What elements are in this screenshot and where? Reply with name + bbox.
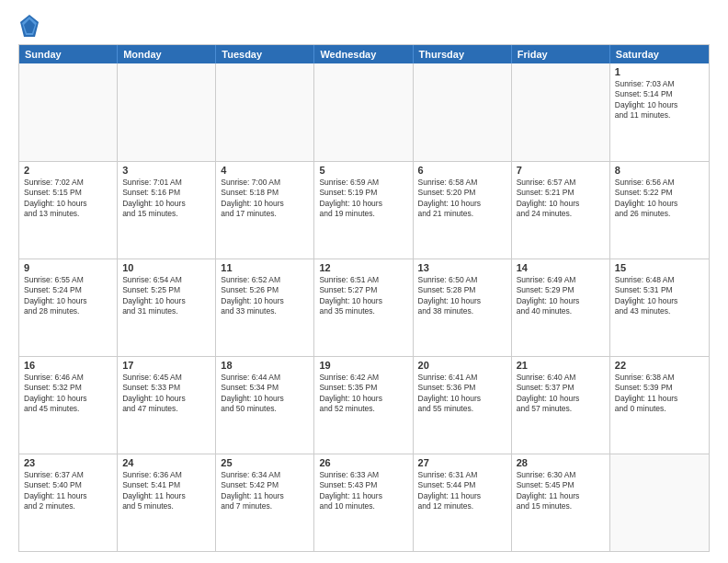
calendar-cell: 13Sunrise: 6:50 AMSunset: 5:28 PMDayligh…	[414, 259, 512, 356]
calendar-cell	[512, 63, 610, 161]
day-info: Sunrise: 6:45 AMSunset: 5:33 PMDaylight:…	[122, 373, 210, 415]
header	[18, 15, 710, 37]
day-number: 19	[319, 360, 407, 371]
day-info: Sunrise: 6:41 AMSunset: 5:36 PMDaylight:…	[418, 373, 506, 415]
day-info: Sunrise: 6:58 AMSunset: 5:20 PMDaylight:…	[418, 178, 506, 220]
day-info: Sunrise: 6:38 AMSunset: 5:39 PMDaylight:…	[615, 373, 704, 415]
logo-icon	[20, 15, 39, 37]
day-info: Sunrise: 6:37 AMSunset: 5:40 PMDaylight:…	[24, 470, 112, 512]
calendar-cell: 14Sunrise: 6:49 AMSunset: 5:29 PMDayligh…	[512, 259, 610, 356]
calendar-cell	[216, 63, 314, 161]
day-number: 4	[221, 165, 309, 176]
day-number: 2	[24, 165, 112, 176]
day-number: 14	[517, 262, 605, 273]
calendar-header-cell: Thursday	[414, 45, 512, 63]
day-info: Sunrise: 6:49 AMSunset: 5:29 PMDaylight:…	[517, 275, 605, 317]
day-number: 11	[221, 262, 309, 273]
calendar-cell: 12Sunrise: 6:51 AMSunset: 5:27 PMDayligh…	[314, 259, 413, 356]
calendar-cell: 15Sunrise: 6:48 AMSunset: 5:31 PMDayligh…	[610, 259, 709, 356]
calendar-cell: 1Sunrise: 7:03 AMSunset: 5:14 PMDaylight…	[610, 63, 709, 161]
calendar-cell: 21Sunrise: 6:40 AMSunset: 5:37 PMDayligh…	[512, 357, 610, 454]
calendar-header-cell: Friday	[512, 45, 610, 63]
calendar-cell: 24Sunrise: 6:36 AMSunset: 5:41 PMDayligh…	[118, 454, 216, 551]
day-number: 17	[122, 360, 210, 371]
day-number: 10	[122, 262, 210, 273]
calendar-cell: 11Sunrise: 6:52 AMSunset: 5:26 PMDayligh…	[216, 259, 314, 356]
day-info: Sunrise: 6:46 AMSunset: 5:32 PMDaylight:…	[24, 373, 112, 415]
day-number: 20	[418, 360, 506, 371]
day-number: 3	[122, 165, 210, 176]
calendar-cell: 27Sunrise: 6:31 AMSunset: 5:44 PMDayligh…	[414, 454, 512, 551]
day-number: 26	[319, 457, 407, 468]
calendar-header-cell: Monday	[118, 45, 216, 63]
calendar-header-cell: Sunday	[19, 45, 118, 63]
calendar-cell: 10Sunrise: 6:54 AMSunset: 5:25 PMDayligh…	[118, 259, 216, 356]
calendar-cell: 8Sunrise: 6:56 AMSunset: 5:22 PMDaylight…	[610, 162, 709, 259]
day-number: 16	[24, 360, 112, 371]
day-info: Sunrise: 6:52 AMSunset: 5:26 PMDaylight:…	[221, 275, 309, 317]
calendar-row: 9Sunrise: 6:55 AMSunset: 5:24 PMDaylight…	[19, 259, 709, 356]
calendar-cell: 2Sunrise: 7:02 AMSunset: 5:15 PMDaylight…	[19, 162, 118, 259]
day-info: Sunrise: 6:42 AMSunset: 5:35 PMDaylight:…	[319, 373, 407, 415]
day-info: Sunrise: 6:55 AMSunset: 5:24 PMDaylight:…	[24, 275, 112, 317]
calendar-body: 1Sunrise: 7:03 AMSunset: 5:14 PMDaylight…	[19, 63, 709, 551]
day-info: Sunrise: 6:54 AMSunset: 5:25 PMDaylight:…	[122, 275, 210, 317]
calendar-row: 1Sunrise: 7:03 AMSunset: 5:14 PMDaylight…	[19, 63, 709, 161]
calendar-cell: 16Sunrise: 6:46 AMSunset: 5:32 PMDayligh…	[19, 357, 118, 454]
day-number: 5	[319, 165, 407, 176]
day-info: Sunrise: 6:34 AMSunset: 5:42 PMDaylight:…	[221, 470, 309, 512]
day-info: Sunrise: 6:57 AMSunset: 5:21 PMDaylight:…	[517, 178, 605, 220]
day-number: 25	[221, 457, 309, 468]
calendar-row: 2Sunrise: 7:02 AMSunset: 5:15 PMDaylight…	[19, 161, 709, 259]
calendar-header-cell: Tuesday	[216, 45, 314, 63]
day-number: 13	[418, 262, 506, 273]
day-info: Sunrise: 6:56 AMSunset: 5:22 PMDaylight:…	[615, 178, 704, 220]
calendar-cell: 7Sunrise: 6:57 AMSunset: 5:21 PMDaylight…	[512, 162, 610, 259]
calendar-header: SundayMondayTuesdayWednesdayThursdayFrid…	[19, 45, 709, 63]
day-number: 27	[418, 457, 506, 468]
calendar-header-cell: Saturday	[610, 45, 709, 63]
calendar-cell: 9Sunrise: 6:55 AMSunset: 5:24 PMDaylight…	[19, 259, 118, 356]
calendar-cell	[19, 63, 118, 161]
day-number: 9	[24, 262, 112, 273]
calendar-row: 16Sunrise: 6:46 AMSunset: 5:32 PMDayligh…	[19, 356, 709, 454]
calendar-cell: 28Sunrise: 6:30 AMSunset: 5:45 PMDayligh…	[512, 454, 610, 551]
day-number: 7	[517, 165, 605, 176]
calendar-cell: 22Sunrise: 6:38 AMSunset: 5:39 PMDayligh…	[610, 357, 709, 454]
day-info: Sunrise: 6:30 AMSunset: 5:45 PMDaylight:…	[517, 470, 605, 512]
day-number: 28	[517, 457, 605, 468]
day-number: 23	[24, 457, 112, 468]
day-number: 15	[615, 262, 704, 273]
day-info: Sunrise: 6:51 AMSunset: 5:27 PMDaylight:…	[319, 275, 407, 317]
day-info: Sunrise: 7:01 AMSunset: 5:16 PMDaylight:…	[122, 178, 210, 220]
calendar-cell: 3Sunrise: 7:01 AMSunset: 5:16 PMDaylight…	[118, 162, 216, 259]
day-info: Sunrise: 6:40 AMSunset: 5:37 PMDaylight:…	[517, 373, 605, 415]
day-info: Sunrise: 7:03 AMSunset: 5:14 PMDaylight:…	[615, 79, 704, 121]
calendar-header-cell: Wednesday	[314, 45, 413, 63]
calendar-cell	[610, 454, 709, 551]
page: SundayMondayTuesdayWednesdayThursdayFrid…	[0, 0, 728, 563]
calendar-cell: 18Sunrise: 6:44 AMSunset: 5:34 PMDayligh…	[216, 357, 314, 454]
day-number: 24	[122, 457, 210, 468]
day-number: 12	[319, 262, 407, 273]
day-number: 18	[221, 360, 309, 371]
day-info: Sunrise: 7:00 AMSunset: 5:18 PMDaylight:…	[221, 178, 309, 220]
calendar-cell	[118, 63, 216, 161]
calendar-cell: 23Sunrise: 6:37 AMSunset: 5:40 PMDayligh…	[19, 454, 118, 551]
day-info: Sunrise: 6:36 AMSunset: 5:41 PMDaylight:…	[122, 470, 210, 512]
day-info: Sunrise: 6:31 AMSunset: 5:44 PMDaylight:…	[418, 470, 506, 512]
calendar-cell: 5Sunrise: 6:59 AMSunset: 5:19 PMDaylight…	[314, 162, 413, 259]
calendar-cell: 6Sunrise: 6:58 AMSunset: 5:20 PMDaylight…	[414, 162, 512, 259]
calendar-cell: 17Sunrise: 6:45 AMSunset: 5:33 PMDayligh…	[118, 357, 216, 454]
calendar-cell	[314, 63, 413, 161]
day-number: 1	[615, 66, 704, 77]
calendar-cell: 25Sunrise: 6:34 AMSunset: 5:42 PMDayligh…	[216, 454, 314, 551]
calendar-row: 23Sunrise: 6:37 AMSunset: 5:40 PMDayligh…	[19, 454, 709, 551]
calendar-cell: 26Sunrise: 6:33 AMSunset: 5:43 PMDayligh…	[314, 454, 413, 551]
day-number: 21	[517, 360, 605, 371]
day-number: 8	[615, 165, 704, 176]
day-info: Sunrise: 6:44 AMSunset: 5:34 PMDaylight:…	[221, 373, 309, 415]
calendar-cell: 19Sunrise: 6:42 AMSunset: 5:35 PMDayligh…	[314, 357, 413, 454]
calendar-cell: 4Sunrise: 7:00 AMSunset: 5:18 PMDaylight…	[216, 162, 314, 259]
day-info: Sunrise: 6:50 AMSunset: 5:28 PMDaylight:…	[418, 275, 506, 317]
